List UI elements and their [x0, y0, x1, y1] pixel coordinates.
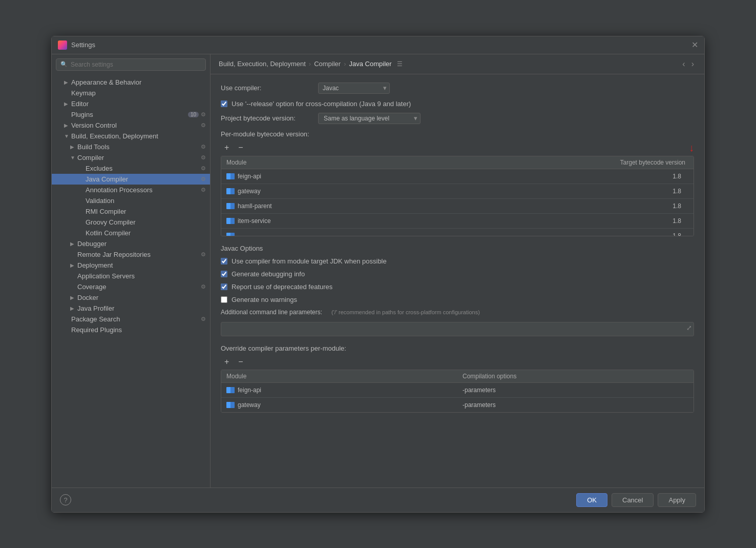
javac-checkbox-3[interactable]: [221, 296, 227, 303]
settings-icon: ⚙: [201, 176, 206, 182]
table-row[interactable]: item-service 1.8: [221, 214, 694, 229]
project-bytecode-row: Project bytecode version: Same as langua…: [221, 113, 694, 124]
ok-button[interactable]: OK: [576, 493, 607, 507]
override-row[interactable]: gateway -parameters: [221, 398, 694, 412]
sidebar-item-app-servers[interactable]: Application Servers: [52, 271, 210, 281]
override-table-header: Module Compilation options: [221, 370, 694, 383]
sidebar-item-keymap[interactable]: Keymap: [52, 88, 210, 98]
content-area: 🔍 ▶ Appearance & Behavior Keymap ▶ Edito…: [52, 54, 704, 488]
search-input[interactable]: [71, 61, 201, 68]
apply-button[interactable]: Apply: [658, 493, 696, 507]
expand-button[interactable]: ⤢: [686, 324, 692, 332]
main-content: Use compiler: Javac Eclipse Ajc ▾ Use '-…: [211, 74, 704, 488]
help-button[interactable]: ?: [60, 494, 71, 505]
bottom-bar: ? OK Cancel Apply: [52, 488, 704, 512]
sidebar: 🔍 ▶ Appearance & Behavior Keymap ▶ Edito…: [52, 54, 211, 488]
breadcrumb-sep2: ›: [344, 60, 346, 68]
override-module-name: feign-api: [238, 387, 261, 394]
module-icon: [226, 233, 235, 236]
compiler-select[interactable]: Javac Eclipse Ajc: [318, 83, 390, 94]
sidebar-item-plugins[interactable]: Plugins 10 ⚙: [52, 109, 210, 120]
javac-checkbox-label-3: Generate no warnings: [232, 296, 297, 303]
override-label: Override compiler parameters per-module:: [221, 344, 694, 352]
sidebar-item-build-exec[interactable]: ▼ Build, Execution, Deployment: [52, 131, 210, 141]
use-compiler-label: Use compiler:: [221, 84, 313, 92]
sidebar-item-kotlin-compiler[interactable]: Kotlin Compiler: [52, 228, 210, 238]
search-icon: 🔍: [60, 61, 68, 68]
arrow-icon: ▶: [70, 295, 77, 300]
table-row[interactable]: hamll-parent 1.8: [221, 199, 694, 214]
sidebar-item-package-search[interactable]: Package Search ⚙: [52, 314, 210, 324]
sidebar-item-label: Keymap: [71, 89, 206, 97]
bytecode-select[interactable]: Same as language level 8 11 17: [318, 113, 421, 124]
settings-icon: ⚙: [201, 187, 206, 193]
sidebar-item-label: Deployment: [77, 261, 206, 269]
sidebar-item-remote-jar[interactable]: Remote Jar Repositories ⚙: [52, 249, 210, 260]
sidebar-item-version-control[interactable]: ▶ Version Control ⚙: [52, 120, 210, 131]
sidebar-item-editor[interactable]: ▶ Editor: [52, 98, 210, 109]
sidebar-item-deployment[interactable]: ▶ Deployment: [52, 260, 210, 271]
override-row[interactable]: feign-api -parameters: [221, 383, 694, 398]
arrow-icon: ▼: [64, 133, 71, 139]
settings-icon: ⚙: [201, 251, 206, 258]
javac-checkbox-2[interactable]: [221, 283, 227, 290]
add-override-button[interactable]: +: [221, 356, 233, 368]
sidebar-item-java-compiler[interactable]: Java Compiler ⚙: [52, 174, 210, 185]
breadcrumb-part3: Java Compiler: [349, 60, 392, 68]
cmd-line-input[interactable]: [221, 322, 694, 336]
settings-icon: ⚙: [201, 316, 206, 322]
sidebar-item-label: Annotation Processors: [86, 186, 199, 194]
module-icon: [226, 203, 235, 209]
sidebar-item-compiler[interactable]: ▼ Compiler ⚙: [52, 152, 210, 163]
plugins-badge: 10: [188, 112, 199, 117]
sidebar-item-label: Compiler: [77, 154, 199, 161]
sidebar-item-label: Docker: [77, 294, 206, 301]
sidebar-item-label: Package Search: [71, 315, 199, 323]
release-checkbox-label: Use '--release' option for cross-compila…: [232, 100, 411, 108]
settings-icon: ⚙: [201, 111, 206, 118]
sidebar-item-label: Build Tools: [77, 143, 199, 151]
sidebar-item-annotation-processors[interactable]: Annotation Processors ⚙: [52, 185, 210, 195]
settings-window: Settings ✕ 🔍 ▶ Appearance & Behavior Key…: [51, 36, 705, 513]
sidebar-item-required-plugins[interactable]: Required Plugins: [52, 324, 210, 335]
javac-checkbox-1[interactable]: [221, 271, 227, 277]
sidebar-item-label: Debugger: [77, 240, 206, 248]
remove-override-button[interactable]: −: [235, 356, 246, 368]
table-row[interactable]: gateway 1.8: [221, 184, 694, 199]
nav-forward-button[interactable]: ›: [689, 59, 696, 69]
table-row[interactable]: ... 1.8: [221, 229, 694, 236]
add-module-button[interactable]: +: [221, 142, 233, 154]
sidebar-item-coverage[interactable]: Coverage ⚙: [52, 281, 210, 292]
table-row[interactable]: feign-api 1.8: [221, 169, 694, 184]
sidebar-item-validation[interactable]: Validation: [52, 195, 210, 206]
sidebar-item-build-tools[interactable]: ▶ Build Tools ⚙: [52, 141, 210, 152]
use-compiler-row: Use compiler: Javac Eclipse Ajc ▾: [221, 83, 694, 94]
breadcrumb-part1: Build, Execution, Deployment: [219, 60, 306, 68]
search-box[interactable]: 🔍: [56, 58, 206, 71]
module-name: gateway: [238, 188, 261, 195]
javac-check-row-3: Generate no warnings: [221, 296, 694, 303]
sidebar-item-groovy-compiler[interactable]: Groovy Compiler: [52, 217, 210, 228]
close-button[interactable]: ✕: [691, 41, 698, 49]
module-name: feign-api: [238, 173, 261, 180]
nav-back-button[interactable]: ‹: [680, 59, 687, 69]
sidebar-item-rmi-compiler[interactable]: RMI Compiler: [52, 206, 210, 217]
sidebar-item-java-profiler[interactable]: ▶ Java Profiler: [52, 303, 210, 314]
sidebar-item-docker[interactable]: ▶ Docker: [52, 292, 210, 303]
module-version: 1.8: [581, 171, 694, 181]
arrow-icon: ▶: [70, 241, 77, 247]
sidebar-item-label: Required Plugins: [71, 326, 206, 334]
sidebar-item-excludes[interactable]: Excludes ⚙: [52, 163, 210, 174]
remove-module-button[interactable]: −: [235, 142, 246, 154]
table-header: Module Target bytecode version: [221, 156, 694, 169]
javac-checkbox-0[interactable]: [221, 258, 227, 265]
arrow-icon: ▶: [64, 79, 71, 85]
sidebar-item-debugger[interactable]: ▶ Debugger: [52, 238, 210, 249]
sidebar-item-appearance[interactable]: ▶ Appearance & Behavior: [52, 77, 210, 88]
cmd-line-label: Additional command line parameters:: [221, 309, 322, 316]
module-version: 1.8: [581, 216, 694, 226]
cancel-button[interactable]: Cancel: [612, 493, 654, 507]
settings-icon: ⚙: [201, 154, 206, 161]
release-checkbox[interactable]: [221, 100, 227, 107]
arrow-icon: ▶: [70, 262, 77, 268]
